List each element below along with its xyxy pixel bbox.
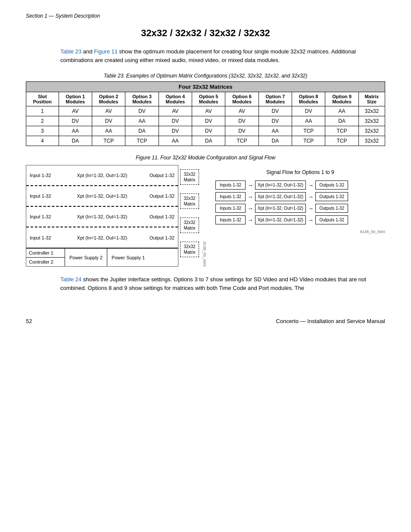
table-cell: AA — [92, 126, 125, 136]
signal-outputs: Outputs 1-32 — [315, 215, 348, 224]
arrow-icon: → — [247, 205, 253, 212]
row-output: Output 1-32 — [144, 235, 174, 240]
row-output: Output 1-32 — [144, 214, 174, 219]
table-cell: TCP — [225, 136, 258, 146]
col-header-opt4: Option 4Modules — [159, 92, 192, 106]
watermark-left: 8138_00_34r0 — [202, 242, 207, 267]
col-header-slot: SlotPosition — [26, 92, 59, 106]
arrow-icon: → — [308, 217, 314, 224]
table-cell: DV — [225, 126, 258, 136]
table-cell: DA — [125, 126, 159, 136]
row-xpt: Xpt (In=1-32, Out=1-32) — [60, 173, 144, 178]
matrix-badge: 32x32 Matrix — [180, 242, 199, 257]
manual-title: Concerto — Installation and Service Manu… — [276, 318, 385, 324]
table-cell: 32x32 — [358, 106, 385, 116]
col-header-opt6: Option 6Modules — [225, 92, 258, 106]
signal-xpt: Xpt (In=1-32, Out=1-32) — [255, 180, 306, 190]
signal-inputs: Inputs 1-32 — [215, 192, 246, 201]
col-header-opt5: Option 5Modules — [192, 92, 225, 106]
table-cell: DA — [325, 116, 358, 126]
table-cell: 2 — [26, 116, 59, 126]
table-cell: 3 — [26, 126, 59, 136]
table-24-link[interactable]: Table 24 — [60, 276, 81, 283]
arrow-icon: → — [247, 193, 253, 200]
table-cell: DV — [192, 126, 225, 136]
table-cell: AA — [325, 106, 358, 116]
diagram-container: Input 1-32 Xpt (In=1-32, Out=1-32) Outpu… — [26, 165, 385, 267]
table-cell: DA — [258, 136, 292, 146]
table-23-link[interactable]: Table 23 — [60, 48, 81, 55]
table-cell: AA — [258, 126, 292, 136]
row-input: Input 1-32 — [30, 173, 60, 178]
table-cell: TCP — [292, 136, 325, 146]
table-cell: DV — [258, 116, 292, 126]
arrow-icon: → — [247, 217, 253, 224]
controller-2: Controller 2 — [26, 258, 65, 266]
table-cell: TCP — [92, 136, 125, 146]
signal-outputs: Outputs 1-32 — [315, 192, 348, 201]
signal-inputs: Inputs 1-32 — [215, 215, 246, 224]
table-cell: DA — [192, 136, 225, 146]
row-xpt: Xpt (In=1-32, Out=1-32) — [60, 214, 144, 219]
table-cell: 32x32 — [358, 136, 385, 146]
signal-xpt: Xpt (In=1-32, Out=1-32) — [255, 192, 306, 201]
col-header-opt9: Option 9Modules — [325, 92, 358, 106]
signal-flow-row: Inputs 1-32 → Xpt (In=1-32, Out=1-32) → … — [215, 192, 385, 201]
row-output: Output 1-32 — [144, 173, 174, 178]
arrow-icon: → — [308, 193, 314, 200]
controller-1: Controller 1 — [26, 249, 65, 258]
table-cell: DV — [159, 126, 192, 136]
table-cell: DV — [258, 106, 292, 116]
table-cell: DV — [92, 116, 125, 126]
table-cell: DV — [125, 106, 159, 116]
table-cell: DV — [159, 116, 192, 126]
table-cell: DV — [225, 116, 258, 126]
row-input: Input 1-32 — [30, 235, 60, 240]
page-title: 32x32 / 32x32 / 32x32 / 32x32 — [26, 28, 385, 39]
matrix-badge: 32x32 Matrix — [180, 218, 199, 233]
signal-flow-row: Inputs 1-32 → Xpt (In=1-32, Out=1-32) → … — [215, 180, 385, 190]
bottom-paragraph: Table 24 shows the Jupiter interface set… — [60, 275, 377, 292]
table-cell: 32x32 — [358, 126, 385, 136]
row-xpt: Xpt (In=1-32, Out=1-32) — [60, 193, 144, 199]
arrow-icon: → — [308, 205, 314, 212]
signal-inputs: Inputs 1-32 — [215, 204, 246, 213]
watermark-right: 8138_00_59r0 — [215, 230, 385, 234]
signal-outputs: Outputs 1-32 — [315, 204, 348, 213]
arrow-icon: → — [247, 182, 253, 189]
signal-flow-row: Inputs 1-32 → Xpt (In=1-32, Out=1-32) → … — [215, 215, 385, 224]
col-header-opt2: Option 2Modules — [92, 92, 125, 106]
intro-paragraph: Table 23 and Figure 11 show the optimum … — [60, 47, 377, 64]
figure-caption: Figure 11. Four 32x32 Module Configurati… — [26, 155, 385, 161]
table-cell: AA — [292, 116, 325, 126]
signal-inputs: Inputs 1-32 — [215, 180, 246, 190]
controller-column: Controller 1 Controller 2 — [26, 249, 65, 266]
col-header-matrix: MatrixSize — [358, 92, 385, 106]
row-input: Input 1-32 — [30, 214, 60, 219]
table-cell: 4 — [26, 136, 59, 146]
page-footer: 52 Concerto — Installation and Service M… — [26, 318, 385, 324]
table-cell: AA — [125, 116, 159, 126]
col-header-opt7: Option 7Modules — [258, 92, 292, 106]
power-supply-2: Power Supply 2 — [65, 249, 107, 266]
table-cell: AV — [192, 106, 225, 116]
power-supply-1: Power Supply 1 — [107, 249, 149, 266]
table-cell: 32x32 — [358, 116, 385, 126]
table-cell: AV — [92, 106, 125, 116]
table-cell: DV — [192, 116, 225, 126]
matrix-badge: 32x32 Matrix — [180, 169, 199, 185]
signal-flow-diagram: Signal Flow for Options 1 to 9 Inputs 1-… — [215, 165, 385, 234]
page-number: 52 — [26, 318, 32, 324]
matrix-row: Input 1-32 Xpt (In=1-32, Out=1-32) Outpu… — [26, 227, 178, 248]
table-cell: AA — [159, 136, 192, 146]
row-input: Input 1-32 — [30, 193, 60, 199]
section-header: Section 1 — System Description — [26, 13, 385, 19]
table-cell: DV — [292, 106, 325, 116]
signal-outputs: Outputs 1-32 — [315, 180, 348, 190]
figure-11-link[interactable]: Figure 11 — [94, 48, 118, 55]
matrix-badge: 32x32 Matrix — [180, 193, 199, 209]
table-caption: Table 23. Examples of Optimum Matrix Con… — [26, 73, 385, 79]
matrix-row: Input 1-32 Xpt (In=1-32, Out=1-32) Outpu… — [26, 186, 178, 207]
bottom-section: Controller 1 Controller 2 Power Supply 2… — [26, 248, 178, 266]
arrow-icon: → — [308, 182, 314, 189]
